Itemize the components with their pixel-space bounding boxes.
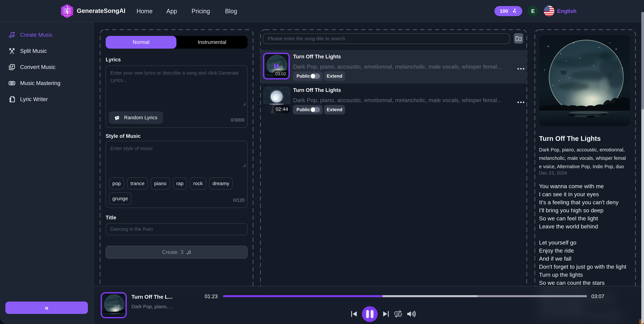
svg-text:1: 1 (397, 312, 399, 316)
svg-text:GENERATESONGAI: GENERATESONGAI (64, 15, 70, 16)
svg-text:?: ? (117, 116, 118, 119)
